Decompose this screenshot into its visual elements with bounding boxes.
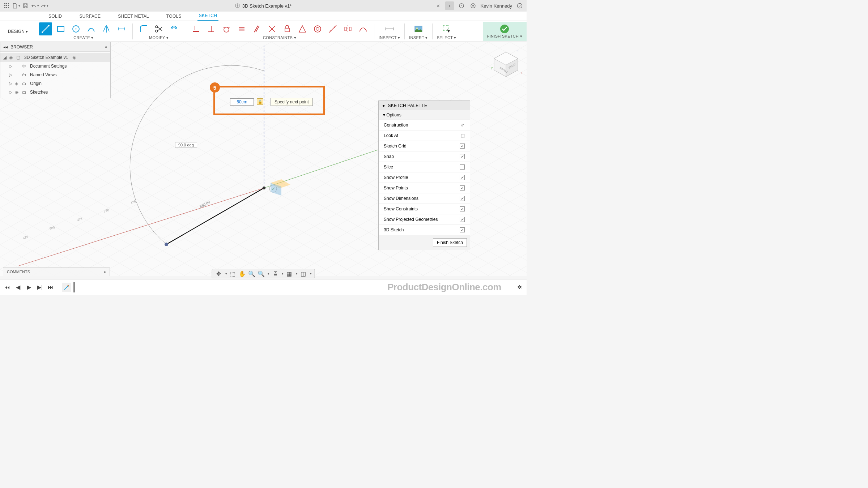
horizontal-constraint[interactable] (190, 22, 203, 35)
job-status-icon[interactable] (469, 2, 477, 10)
viewcube[interactable]: z x y FRONT RIGHT (490, 48, 522, 80)
palette-options-section[interactable]: ▾ Options (379, 110, 470, 120)
apps-grid-icon[interactable] (3, 2, 11, 10)
expand-icon[interactable]: ▷ (8, 64, 13, 69)
circle-tool[interactable] (69, 22, 82, 35)
palette-row-3d-sketch[interactable]: 3D Sketch (379, 225, 470, 235)
visibility-icon[interactable]: ◉ (15, 90, 20, 95)
checkbox[interactable] (460, 175, 465, 180)
workspace-switcher[interactable]: DESIGN ▾ (0, 21, 36, 42)
zoom-icon[interactable]: 🔍 (248, 270, 255, 277)
select-tool[interactable] (440, 22, 453, 35)
checkbox[interactable] (460, 144, 465, 149)
visibility-icon[interactable]: ◈ (15, 81, 20, 86)
fix-constraint[interactable] (281, 22, 294, 35)
fit-icon[interactable]: 🔍 (258, 270, 265, 277)
tab-tools[interactable]: TOOLS (165, 12, 183, 21)
checkbox[interactable] (460, 185, 465, 191)
mirror-tool[interactable] (100, 22, 113, 35)
tab-surface[interactable]: SURFACE (78, 12, 102, 21)
palette-row-show-dimensions[interactable]: Show Dimensions (379, 193, 470, 204)
radio-icon[interactable]: ◉ (72, 55, 76, 60)
palette-row-snap[interactable]: Snap (379, 151, 470, 162)
expand-icon[interactable]: ◢ (3, 55, 7, 60)
pin-browser-icon[interactable]: ● (105, 44, 107, 50)
orbit-icon[interactable]: ✥ (215, 270, 222, 277)
palette-row-construction[interactable]: Construction⫻ (379, 120, 470, 130)
palette-header[interactable]: ● SKETCH PALETTE (379, 101, 470, 110)
fillet-tool[interactable] (137, 22, 150, 35)
viewports-icon[interactable]: ◫ (300, 270, 307, 277)
timeline-end-icon[interactable]: ⏭ (47, 284, 54, 291)
new-file-icon[interactable]: ▾ (12, 2, 20, 10)
coincident-constraint[interactable] (265, 22, 278, 35)
rectangle-tool[interactable] (54, 22, 67, 35)
palette-row-show-points[interactable]: Show Points (379, 183, 470, 193)
checkbox[interactable] (460, 227, 465, 232)
option-icon[interactable]: ⬚ (461, 133, 465, 138)
palette-row-look-at[interactable]: Look At⬚ (379, 130, 470, 141)
collapse-icon[interactable]: ● (382, 103, 385, 108)
perpendicular-constraint[interactable] (205, 22, 218, 35)
symmetry-constraint[interactable] (341, 22, 354, 35)
pin-comments-icon[interactable]: ● (103, 270, 106, 274)
curvature-constraint[interactable] (357, 22, 370, 35)
timeline-settings-icon[interactable]: ✲ (516, 284, 523, 291)
comments-panel[interactable]: COMMENTS ● (3, 267, 110, 276)
collapse-browser-icon[interactable]: ◂◂ (3, 44, 8, 50)
palette-row-show-projected-geometries[interactable]: Show Projected Geometries (379, 214, 470, 225)
palette-row-show-profile[interactable]: Show Profile (379, 172, 470, 183)
checkbox[interactable] (460, 164, 465, 170)
trim-tool[interactable] (152, 22, 165, 35)
timeline-forward-icon[interactable]: ▶| (36, 284, 43, 291)
finish-sketch-button[interactable]: FINISH SKETCH ▾ (483, 22, 527, 41)
redo-icon[interactable]: ▾ (41, 2, 48, 10)
lock-icon[interactable]: 🔒 (257, 98, 263, 105)
checkbox[interactable] (460, 196, 465, 201)
equal-constraint[interactable] (235, 22, 248, 35)
palette-row-slice[interactable]: Slice (379, 162, 470, 172)
extensions-icon[interactable] (458, 2, 465, 10)
expand-icon[interactable]: ▷ (8, 90, 13, 95)
timeline-play-icon[interactable]: ▶ (25, 284, 33, 291)
option-icon[interactable]: ⫻ (460, 123, 465, 128)
parallel-constraint[interactable] (250, 22, 263, 35)
help-icon[interactable]: ? (516, 2, 524, 10)
pan-icon[interactable]: ✋ (239, 270, 246, 277)
save-icon[interactable] (22, 2, 30, 10)
midpoint-constraint[interactable] (296, 22, 309, 35)
collinear-constraint[interactable] (326, 22, 339, 35)
palette-row-show-constraints[interactable]: Show Constraints (379, 204, 470, 214)
expand-icon[interactable]: ▷ (8, 81, 13, 86)
tab-solid[interactable]: SOLID (47, 12, 64, 21)
concentric-constraint[interactable] (311, 22, 324, 35)
timeline-back-icon[interactable]: ◀ (14, 284, 22, 291)
tab-sketch[interactable]: SKETCH (197, 11, 218, 21)
arc-tool[interactable] (85, 22, 98, 35)
user-name[interactable]: Kevin Kennedy (481, 3, 512, 9)
expand-icon[interactable]: ▷ (8, 72, 13, 77)
tree-item-named-views[interactable]: ▷ 🗀 Named Views (0, 70, 110, 79)
dimension-tool[interactable] (115, 22, 128, 35)
timeline-sketch-feature[interactable] (62, 283, 71, 292)
timeline-playhead[interactable] (73, 282, 75, 292)
timeline-start-icon[interactable]: ⏮ (4, 284, 11, 291)
dimension-input[interactable]: 60cm (230, 98, 254, 106)
checkbox[interactable] (460, 206, 465, 211)
undo-icon[interactable]: ▾ (31, 2, 39, 10)
gridview-icon[interactable]: ▦ (286, 270, 293, 277)
lookat-icon[interactable]: ⬚ (229, 270, 237, 277)
checkbox[interactable] (460, 154, 465, 159)
tangent-constraint[interactable] (220, 22, 233, 35)
tree-item-document-settings[interactable]: ▷ ⚙ Document Settings (0, 62, 110, 70)
offset-tool[interactable] (167, 22, 180, 35)
tree-root[interactable]: ◢ ◉ ▢ 3D Sketch Example v1 ◉ (0, 53, 110, 62)
checkbox[interactable] (460, 217, 465, 222)
tab-sheetmetal[interactable]: SHEET METAL (116, 12, 150, 21)
palette-row-sketch-grid[interactable]: Sketch Grid (379, 141, 470, 151)
display-icon[interactable]: 🖥 (272, 270, 279, 277)
visibility-icon[interactable]: ◉ (9, 55, 14, 60)
line-tool[interactable] (39, 22, 52, 35)
measure-tool[interactable] (383, 22, 396, 35)
finish-sketch-palette-button[interactable]: Finish Sketch (433, 238, 467, 247)
